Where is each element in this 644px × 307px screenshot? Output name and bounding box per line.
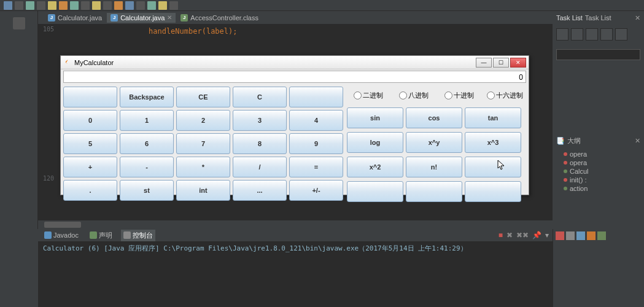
calc-key-/[interactable]: /: [233, 157, 287, 177]
radix-radio-input[interactable]: [444, 91, 452, 99]
close-icon[interactable]: ✕: [635, 137, 640, 145]
radix-radio[interactable]: 十六进制: [483, 91, 526, 100]
panel-icon[interactable]: [597, 231, 606, 240]
sci-key-blank[interactable]: [347, 181, 403, 202]
radix-radio-input[interactable]: [399, 91, 407, 99]
toolbar-icon[interactable]: [4, 1, 12, 10]
calc-key-6[interactable]: 6: [120, 133, 174, 154]
toolbar-icon[interactable]: [59, 1, 68, 10]
sci-key-x^3[interactable]: x^3: [465, 132, 521, 153]
calc-key-=[interactable]: =: [289, 157, 343, 177]
calc-key--[interactable]: -: [120, 157, 174, 177]
calc-key-st[interactable]: st: [120, 180, 174, 201]
calc-key-blank[interactable]: [63, 87, 117, 107]
calc-key-4[interactable]: 4: [289, 110, 343, 131]
bottom-tab-console[interactable]: 控制台: [121, 230, 155, 241]
outline-item[interactable]: opera: [556, 150, 640, 158]
scrollbar-thumb[interactable]: [44, 222, 81, 228]
panel-icon[interactable]: [566, 231, 575, 240]
panel-icon[interactable]: [576, 231, 585, 240]
calc-key-7[interactable]: 7: [176, 133, 230, 154]
sci-key-tan[interactable]: tan: [465, 107, 521, 128]
task-search-input[interactable]: [556, 49, 640, 60]
toolbar-icon[interactable]: [147, 1, 156, 10]
outline-item[interactable]: opera: [556, 158, 640, 167]
task-icon[interactable]: [556, 28, 568, 41]
calc-key-...[interactable]: ...: [233, 180, 287, 201]
sci-key-cos[interactable]: cos: [406, 107, 462, 128]
calc-key-*[interactable]: *: [176, 157, 230, 177]
radix-radio[interactable]: 二进制: [347, 91, 390, 100]
pin-icon[interactable]: 📌: [532, 231, 541, 239]
toolbar-icon[interactable]: [103, 1, 112, 10]
toolbar-icon[interactable]: [26, 1, 34, 10]
radix-radio[interactable]: 十进制: [438, 91, 481, 100]
stop-icon[interactable]: ■: [499, 231, 503, 239]
bottom-tab-decl[interactable]: 声明: [87, 230, 115, 241]
horizontal-scrollbar[interactable]: [38, 220, 553, 229]
toolbar-icon[interactable]: [48, 1, 56, 10]
close-button[interactable]: ✕: [510, 58, 526, 68]
task-icon[interactable]: [586, 28, 598, 41]
task-icon[interactable]: [600, 28, 613, 41]
calc-key-1[interactable]: 1: [120, 110, 174, 131]
sci-key-sin[interactable]: sin: [347, 107, 403, 128]
clear-icon[interactable]: ✖: [506, 231, 513, 239]
sci-key-x^y[interactable]: x^y: [406, 132, 462, 153]
sci-key-blank[interactable]: [406, 181, 462, 202]
window-titlebar[interactable]: MyCalculator — ☐ ✕: [61, 56, 529, 69]
toolbar-icon[interactable]: [136, 1, 145, 10]
editor-tab[interactable]: J Calculator.java ✕: [107, 13, 176, 23]
toolbar-icon[interactable]: [15, 1, 23, 10]
calc-key-+/-[interactable]: +/-: [289, 180, 343, 201]
radix-radio-input[interactable]: [354, 91, 362, 99]
sci-key-blank[interactable]: [465, 157, 521, 177]
task-icon[interactable]: [615, 28, 627, 41]
radix-radio-input[interactable]: [487, 91, 495, 99]
calc-key-5[interactable]: 5: [63, 133, 117, 154]
close-icon[interactable]: ✕: [635, 14, 640, 22]
outline-item[interactable]: Calcul: [556, 167, 640, 176]
console-output[interactable]: Calculator (6) [Java 应用程序] C:\Program Fi…: [38, 241, 553, 307]
calc-key-9[interactable]: 9: [289, 133, 343, 154]
calc-key-0[interactable]: 0: [63, 110, 117, 131]
sci-key-blank[interactable]: [465, 181, 521, 202]
calc-key-+[interactable]: +: [63, 157, 117, 177]
calc-key-8[interactable]: 8: [233, 133, 287, 154]
maximize-button[interactable]: ☐: [493, 58, 509, 68]
close-icon[interactable]: ✕: [167, 14, 172, 21]
toolbar-icon[interactable]: [169, 1, 178, 10]
radix-radio[interactable]: 八进制: [392, 91, 435, 100]
calc-key-3[interactable]: 3: [233, 110, 287, 131]
outline-item[interactable]: action: [556, 184, 640, 193]
toolbar-icon[interactable]: [125, 1, 134, 10]
toolbar-icon[interactable]: [70, 1, 79, 10]
calc-key-blank[interactable]: [289, 87, 343, 107]
calc-key-C[interactable]: C: [233, 87, 287, 107]
toolbar-icon[interactable]: [114, 1, 123, 10]
calc-key-.[interactable]: .: [63, 180, 117, 201]
outline-item[interactable]: init() :: [556, 176, 640, 184]
calc-key-int[interactable]: int: [176, 180, 230, 201]
editor-tab[interactable]: J AccessController.class: [177, 13, 262, 23]
sidebar-icon[interactable]: [13, 17, 25, 29]
sci-key-x^2[interactable]: x^2: [347, 157, 403, 177]
editor-tab[interactable]: J Calculator.java: [44, 13, 106, 23]
toolbar-icon[interactable]: [92, 1, 101, 10]
sci-key-n![interactable]: n!: [406, 157, 462, 177]
sci-key-log[interactable]: log: [347, 132, 403, 153]
toolbar-icon[interactable]: [158, 1, 167, 10]
calc-key-2[interactable]: 2: [176, 110, 230, 131]
menu-icon[interactable]: ▾: [545, 231, 549, 239]
toolbar-icon[interactable]: [37, 1, 45, 10]
task-icon[interactable]: [571, 28, 583, 41]
panel-icon[interactable]: [556, 231, 564, 240]
minimize-button[interactable]: —: [476, 58, 492, 68]
line-gutter: 105 120: [38, 25, 56, 183]
calc-key-CE[interactable]: CE: [176, 87, 230, 107]
toolbar-icon[interactable]: [81, 1, 90, 10]
bottom-tab-javadoc[interactable]: Javadoc: [42, 230, 81, 240]
calc-key-Backspace[interactable]: Backspace: [120, 87, 174, 107]
panel-icon[interactable]: [587, 231, 596, 240]
remove-icon[interactable]: ✖✖: [516, 231, 529, 239]
